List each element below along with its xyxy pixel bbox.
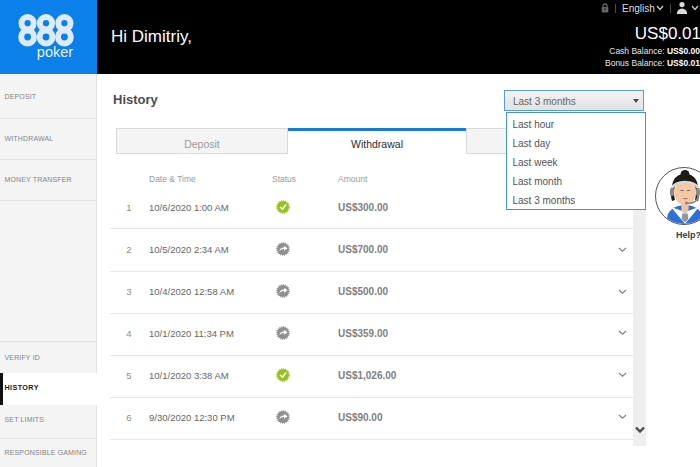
svg-text:poker: poker	[37, 44, 73, 60]
